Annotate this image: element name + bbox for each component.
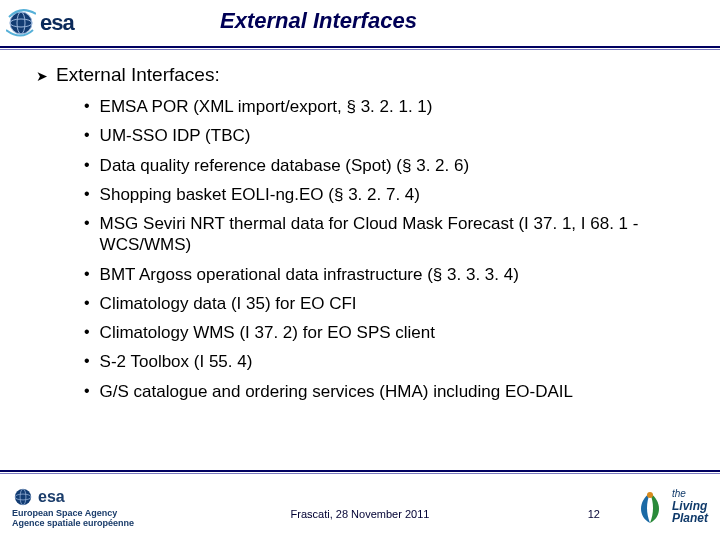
slide-title: External Interfaces: [220, 8, 417, 34]
list-item: •G/S catalogue and ordering services (HM…: [84, 381, 690, 402]
slide-content: ➤ External Interfaces: •EMSA POR (XML im…: [0, 50, 720, 402]
esa-globe-icon: [12, 486, 34, 508]
bullet-icon: •: [84, 125, 90, 144]
bullet-text: Climatology data (I 35) for EO CFI: [100, 293, 357, 314]
esa-logo-text: esa: [38, 489, 65, 505]
list-item: •UM-SSO IDP (TBC): [84, 125, 690, 146]
esa-footer-logo: esa European Space Agency Agence spatial…: [12, 486, 134, 528]
list-item: •MSG Seviri NRT thermal data for Cloud M…: [84, 213, 690, 256]
svg-point-7: [647, 492, 653, 498]
bullet-text: Climatology WMS (I 37. 2) for EO SPS cli…: [100, 322, 435, 343]
list-item: •BMT Argoss operational data infrastruct…: [84, 264, 690, 285]
bullet-list: •EMSA POR (XML import/export, § 3. 2. 1.…: [36, 96, 690, 402]
bullet-icon: •: [84, 293, 90, 312]
bullet-icon: •: [84, 213, 90, 232]
living-planet-logo: the Living Planet: [632, 487, 708, 527]
living-planet-title: Living Planet: [672, 500, 708, 525]
bullet-icon: •: [84, 381, 90, 400]
list-item: •Shopping basket EOLI-ng.EO (§ 3. 2. 7. …: [84, 184, 690, 205]
bullet-icon: •: [84, 322, 90, 341]
bullet-icon: •: [84, 351, 90, 370]
bullet-text: S-2 Toolbox (I 55. 4): [100, 351, 253, 372]
living-planet-text: the Living Planet: [672, 489, 708, 525]
esa-logo: esa: [6, 8, 74, 38]
list-item: •Climatology data (I 35) for EO CFI: [84, 293, 690, 314]
living-planet-icon: [632, 487, 668, 527]
svg-point-4: [15, 489, 31, 505]
bullet-icon: •: [84, 155, 90, 174]
footer: esa European Space Agency Agence spatial…: [0, 470, 720, 540]
footer-inner: esa European Space Agency Agence spatial…: [0, 474, 720, 536]
list-item: •Climatology WMS (I 37. 2) for EO SPS cl…: [84, 322, 690, 343]
bullet-text: Shopping basket EOLI-ng.EO (§ 3. 2. 7. 4…: [100, 184, 420, 205]
heading-row: ➤ External Interfaces:: [36, 64, 690, 86]
arrow-bullet-icon: ➤: [36, 68, 48, 84]
divider-bottom-1: [0, 470, 720, 472]
bullet-icon: •: [84, 96, 90, 115]
bullet-text: EMSA POR (XML import/export, § 3. 2. 1. …: [100, 96, 433, 117]
footer-location: Frascati, 28 November 2011: [291, 508, 430, 520]
bullet-text: UM-SSO IDP (TBC): [100, 125, 251, 146]
list-item: •EMSA POR (XML import/export, § 3. 2. 1.…: [84, 96, 690, 117]
bullet-text: BMT Argoss operational data infrastructu…: [100, 264, 519, 285]
bullet-text: Data quality reference database (Spot) (…: [100, 155, 469, 176]
page-number: 12: [588, 508, 600, 520]
list-item: •Data quality reference database (Spot) …: [84, 155, 690, 176]
bullet-text: MSG Seviri NRT thermal data for Cloud Ma…: [100, 213, 690, 256]
esa-logo-text: esa: [40, 10, 74, 36]
heading-text: External Interfaces:: [56, 64, 220, 86]
bullet-text: G/S catalogue and ordering services (HMA…: [100, 381, 573, 402]
bullet-icon: •: [84, 264, 90, 283]
esa-globe-icon: [6, 8, 36, 38]
agency-name-en: European Space Agency: [12, 509, 117, 518]
divider-top-1: [0, 46, 720, 48]
bullet-icon: •: [84, 184, 90, 203]
header: esa External Interfaces: [0, 0, 720, 46]
list-item: •S-2 Toolbox (I 55. 4): [84, 351, 690, 372]
agency-name-fr: Agence spatiale européenne: [12, 519, 134, 528]
